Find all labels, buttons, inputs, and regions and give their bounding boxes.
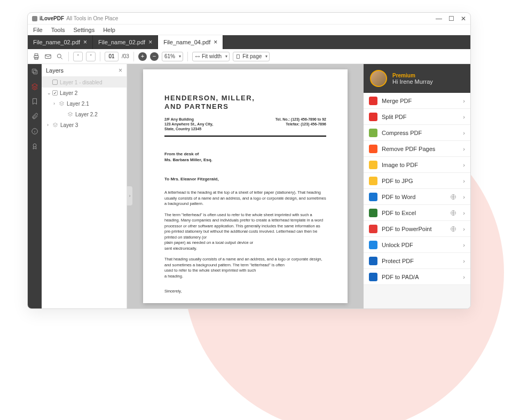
tool-item[interactable]: Compress PDF›	[364, 125, 470, 141]
menubar: File Tools Settings Help	[28, 25, 470, 35]
chevron-right-icon: ›	[463, 194, 465, 200]
chevron-right-icon: ›	[463, 146, 465, 152]
sidebar-rail	[28, 64, 42, 308]
tool-label: Unlock PDF	[382, 242, 459, 248]
chevron-right-icon: ›	[463, 210, 465, 216]
layer-row[interactable]: ›Layer 2.1	[42, 98, 127, 109]
layer-checkbox[interactable]: ✓	[52, 90, 58, 96]
tool-item[interactable]: PDF to Word›	[364, 189, 470, 205]
chevron-right-icon: ›	[463, 226, 465, 232]
chevron-right-icon: ›	[463, 98, 465, 104]
tool-item[interactable]: Split PDF›	[364, 109, 470, 125]
layer-toggle-icon[interactable]: ⌄	[47, 90, 52, 96]
svg-point-4	[57, 54, 61, 58]
document-viewport[interactable]: › HENDERSON, MILLER, AND PARTNERS 2/F An…	[127, 64, 364, 308]
layers-panel: Layers × Layer 1 - disabled⌄✓Layer 2›Lay…	[42, 64, 127, 308]
tab[interactable]: File_name_04.pdf×	[158, 35, 223, 49]
layer-row[interactable]: ⌄✓Layer 2	[42, 88, 127, 98]
tool-icon	[369, 225, 377, 233]
toolbar: ˄ ˅ /03 + − 61% Fit width Fit page	[28, 49, 470, 64]
tab-close-icon[interactable]: ×	[214, 38, 217, 46]
mail-icon[interactable]	[44, 52, 52, 61]
zoom-out-button[interactable]: −	[150, 52, 159, 61]
tool-item[interactable]: Remove PDF Pages›	[364, 141, 470, 157]
tool-item[interactable]: Merge PDF›	[364, 93, 470, 109]
tool-item[interactable]: Unlock PDF›	[364, 237, 470, 253]
info-icon[interactable]	[30, 127, 39, 136]
expand-handle[interactable]: ›	[127, 186, 132, 205]
doc-salutation: To Mrs. Eleanor Fitzgerald,	[164, 177, 326, 181]
page-down-button[interactable]: ˅	[86, 52, 96, 61]
page-input[interactable]	[105, 52, 119, 61]
page-up-button[interactable]: ˄	[73, 52, 83, 61]
layer-stack-icon	[67, 112, 73, 117]
doc-signoff: Sincerely,	[164, 289, 326, 294]
layer-row[interactable]: ›Layer 3	[42, 120, 127, 130]
tool-label: PDF to JPG	[382, 178, 459, 184]
menu-file[interactable]: File	[33, 27, 43, 33]
menu-help[interactable]: Help	[103, 27, 115, 33]
layer-checkbox[interactable]	[52, 80, 58, 85]
layer-name: Layer 3	[60, 122, 78, 128]
tool-icon	[369, 273, 377, 281]
layer-toggle-icon[interactable]: ›	[53, 101, 59, 106]
menu-settings[interactable]: Settings	[73, 27, 94, 33]
tool-item[interactable]: Image to PDF›	[364, 157, 470, 173]
tool-icon	[369, 193, 377, 201]
minimize-button[interactable]: —	[436, 15, 442, 22]
tool-icon	[369, 209, 377, 217]
chevron-right-icon: ›	[463, 178, 465, 184]
search-icon[interactable]	[56, 52, 64, 61]
badge-icon[interactable]	[30, 142, 39, 150]
layer-stack-icon	[52, 122, 58, 128]
copy-icon[interactable]	[30, 67, 39, 76]
menu-tools[interactable]: Tools	[51, 27, 65, 33]
panel-close-icon[interactable]: ×	[119, 67, 122, 74]
layer-name: Layer 2.1	[67, 101, 89, 107]
svg-rect-7	[32, 69, 36, 73]
attachment-icon[interactable]	[30, 112, 39, 121]
tool-icon	[369, 129, 377, 137]
globe-icon	[450, 194, 456, 200]
tabs-row: File_name_02.pdf×File_name_02.pdf×File_n…	[28, 35, 470, 49]
tool-icon	[369, 145, 377, 153]
fit-page-button[interactable]: Fit page	[233, 52, 270, 61]
tool-icon	[369, 113, 377, 121]
layers-icon[interactable]	[30, 82, 39, 91]
svg-rect-6	[34, 70, 37, 74]
tool-item[interactable]: PDF to JPG›	[364, 173, 470, 189]
print-icon[interactable]	[32, 52, 41, 61]
chevron-right-icon: ›	[463, 274, 465, 280]
tool-label: PDF to PAD/A	[382, 274, 459, 280]
svg-rect-3	[45, 54, 51, 58]
app-logo-icon	[32, 16, 37, 21]
premium-label: Premium	[392, 73, 433, 78]
tool-icon	[369, 257, 377, 265]
tool-icon	[369, 241, 377, 249]
tool-item[interactable]: PDF to PowerPoint›	[364, 221, 470, 237]
tool-item[interactable]: Protect PDF›	[364, 253, 470, 269]
doc-heading: HENDERSON, MILLER, AND PARTNERS	[164, 94, 326, 110]
layer-name: Layer 1 - disabled	[60, 80, 103, 85]
tool-item[interactable]: PDF to Excel›	[364, 205, 470, 221]
layer-row[interactable]: Layer 1 - disabled	[42, 77, 127, 88]
tab[interactable]: File_name_02.pdf×	[93, 35, 158, 49]
avatar[interactable]	[370, 70, 387, 87]
tab-close-icon[interactable]: ×	[148, 38, 152, 46]
tool-item[interactable]: PDF to PAD/A›	[364, 269, 470, 285]
tool-icon	[369, 97, 377, 105]
document-page: HENDERSON, MILLER, AND PARTNERS 2/F Any …	[143, 69, 348, 303]
layer-row[interactable]: Layer 2.2	[42, 109, 127, 120]
layer-toggle-icon[interactable]: ›	[47, 122, 52, 128]
zoom-in-button[interactable]: +	[138, 52, 147, 61]
doc-paragraph: That heading usually consists of a name …	[164, 257, 326, 279]
tab[interactable]: File_name_02.pdf×	[28, 35, 93, 49]
tool-label: PDF to PowerPoint	[382, 226, 446, 232]
zoom-select[interactable]: 61%	[162, 52, 183, 61]
tool-label: Protect PDF	[382, 258, 459, 264]
tab-close-icon[interactable]: ×	[83, 38, 87, 46]
close-button[interactable]: ✕	[461, 15, 466, 22]
bookmark-icon[interactable]	[30, 97, 39, 106]
fit-width-button[interactable]: Fit width	[192, 52, 230, 61]
maximize-button[interactable]: ☐	[448, 15, 454, 22]
